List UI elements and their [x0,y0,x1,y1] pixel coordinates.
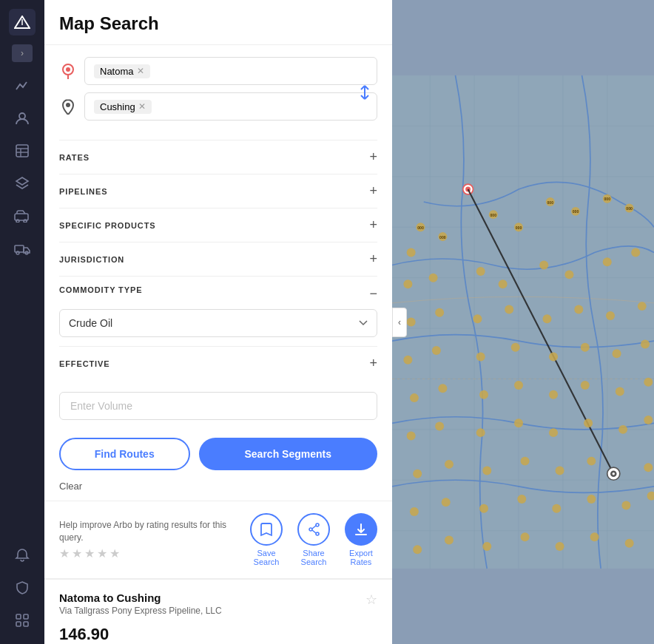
result-header: Natoma to Cushing Via Tallgrass Pony Exp… [59,592,377,616]
commodity-header[interactable]: COMMODITY TYPE − [59,285,377,302]
jurisdiction-expand-icon: + [369,251,377,267]
svg-point-116 [590,532,599,541]
svg-point-114 [521,532,530,541]
svg-point-89 [435,422,444,431]
svg-point-56 [403,279,412,288]
nav-icon-grid[interactable] [7,606,37,635]
svg-point-72 [403,356,412,365]
rating-text: Help improve Arbo by rating results for … [59,519,235,544]
svg-point-73 [432,346,441,355]
destination-tag-close[interactable]: ✕ [138,102,146,111]
result-favorite-icon[interactable]: ☆ [365,592,377,608]
svg-point-117 [625,539,634,548]
svg-point-75 [511,343,520,352]
pipelines-filter[interactable]: PIPELINES + [59,174,377,208]
export-rates-button[interactable]: ExportRates [345,513,377,566]
svg-point-109 [621,501,630,509]
destination-pin-icon [59,98,77,115]
clear-link[interactable]: Clear [44,478,392,501]
commodity-label: COMMODITY TYPE [59,285,142,294]
svg-point-67 [505,305,513,313]
save-search-button[interactable]: SaveSearch [250,513,283,566]
svg-point-85 [581,381,590,390]
rates-filter[interactable]: RATES + [59,140,377,174]
svg-point-76 [549,353,558,362]
svg-point-105 [479,504,488,513]
star-3[interactable]: ★ [84,546,95,560]
search-fields: Natoma ✕ Cushing ✕ [44,45,392,140]
star-4[interactable]: ★ [97,546,107,560]
svg-text:000: 000 [547,200,553,205]
origin-input[interactable]: Natoma ✕ [84,57,377,85]
svg-point-88 [407,431,416,440]
nav-icon-truck[interactable] [7,234,37,263]
svg-point-21 [316,523,319,526]
destination-marker [607,467,620,480]
star-1[interactable]: ★ [59,546,70,560]
specific-products-filter[interactable]: SPECIFIC PRODUCTS + [59,208,377,242]
svg-point-58 [476,267,485,276]
svg-point-104 [442,498,451,506]
swap-locations-button[interactable] [358,84,371,101]
svg-point-87 [644,378,653,387]
result-price: 146.90 [59,625,118,644]
origin-tag-close[interactable]: ✕ [137,67,144,75]
svg-point-108 [587,495,596,504]
jurisdiction-filter[interactable]: JURISDICTION + [59,242,377,276]
rating-info: Help improve Arbo by rating results for … [59,519,235,561]
svg-point-17 [66,67,70,72]
svg-point-7 [16,220,19,223]
app-logo [9,9,36,35]
svg-point-10 [16,251,19,254]
nav-icon-person[interactable] [7,104,37,133]
search-segments-button[interactable]: Search Segments [199,438,378,470]
left-nav: › [0,0,44,644]
svg-point-71 [638,302,647,311]
nav-icon-bell[interactable] [7,540,37,570]
find-routes-button[interactable]: Find Routes [59,438,190,470]
svg-point-115 [556,542,564,551]
nav-icon-layers[interactable] [7,169,37,198]
map-collapse-button[interactable]: ‹ [392,308,407,337]
volume-section [44,380,392,432]
rates-expand-icon: + [369,149,377,165]
nav-icon-vehicle[interactable] [7,201,37,231]
rates-filter-label: RATES [59,153,90,162]
origin-tag-label: Natoma [100,66,134,77]
svg-rect-2 [16,145,28,157]
svg-text:000: 000 [626,206,633,211]
volume-input[interactable] [59,392,377,420]
svg-point-49 [407,248,416,257]
jurisdiction-label: JURISDICTION [59,255,124,264]
svg-text:000: 000 [573,209,579,214]
commodity-select[interactable]: Crude Oil Natural Gas Refined Products L… [59,309,377,337]
pipelines-expand-icon: + [369,183,377,199]
svg-point-86 [616,387,624,396]
share-search-button[interactable]: ShareSearch [297,513,330,566]
svg-point-101 [587,457,596,466]
destination-input[interactable]: Cushing ✕ [84,92,377,121]
specific-products-expand-icon: + [369,217,377,233]
svg-point-92 [549,428,558,437]
view-details-button[interactable]: VIEW DETAILS → [294,641,377,644]
svg-point-19 [66,103,70,107]
share-search-label: ShareSearch [301,549,327,566]
result-card: Natoma to Cushing Via Tallgrass Pony Exp… [44,578,392,644]
effective-filter[interactable]: EFFECTIVE + [59,346,377,380]
star-rating[interactable]: ★ ★ ★ ★ ★ [59,546,235,560]
svg-point-8 [24,220,27,223]
svg-point-22 [316,532,319,535]
nav-icon-table[interactable] [7,136,37,166]
nav-icon-chart[interactable] [7,71,37,101]
nav-expand-button[interactable]: › [12,44,33,62]
origin-tag: Natoma ✕ [94,64,150,78]
map-collapse-icon: ‹ [398,317,401,328]
save-search-label: SaveSearch [254,549,280,566]
search-panel: Map Search Natoma ✕ [44,0,392,644]
nav-icon-shield[interactable] [7,573,37,603]
svg-rect-9 [15,245,24,252]
svg-point-62 [603,257,612,266]
star-5[interactable]: ★ [109,546,120,560]
svg-point-90 [476,428,485,437]
star-2[interactable]: ★ [72,546,82,560]
